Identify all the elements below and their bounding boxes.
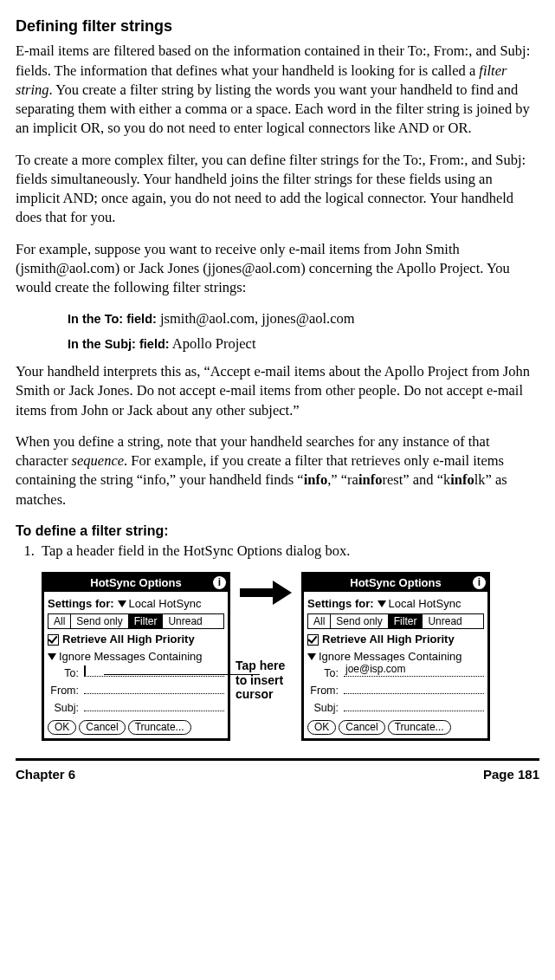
to-field[interactable]: joe@isp.com xyxy=(344,665,484,677)
paragraph-5: When you define a string, note that your… xyxy=(16,432,539,509)
info-icon[interactable]: i xyxy=(473,576,486,589)
example-to-value: jsmith@aol.com, jjones@aol.com xyxy=(157,310,355,327)
p1-post: . You create a filter string by listing … xyxy=(16,81,530,137)
callout-text: Tap here to insert cursor xyxy=(236,659,296,702)
example-subj-value: Apollo Project xyxy=(170,335,256,352)
subj-label: Subj: xyxy=(48,701,84,716)
chevron-down-icon[interactable] xyxy=(378,600,386,607)
subj-row: Subj: xyxy=(307,700,484,716)
button-row: OK Cancel Truncate... xyxy=(307,720,484,735)
paragraph-1: E-mail items are filtered based on the i… xyxy=(16,42,539,138)
paragraph-2: To create a more complex filter, you can… xyxy=(16,151,539,228)
tab-bar: All Send only Filter Unread xyxy=(307,613,484,629)
to-value: joe@isp.com xyxy=(345,662,406,676)
tab-filter[interactable]: Filter xyxy=(389,614,423,628)
to-field[interactable] xyxy=(84,665,224,677)
p5-em: sequence xyxy=(72,452,124,469)
text-cursor xyxy=(84,665,86,676)
settings-value[interactable]: Local HotSync xyxy=(389,596,461,612)
retrieve-row: Retrieve All High Priority xyxy=(307,632,484,647)
example-subj-label: In the Subj: field: xyxy=(68,337,170,351)
titlebar: HotSync Options i xyxy=(304,574,487,592)
titlebar-text: HotSync Options xyxy=(350,575,441,591)
p5-s2: info xyxy=(358,471,383,488)
subj-label: Subj: xyxy=(307,701,344,716)
subj-field[interactable] xyxy=(84,700,224,711)
p5-d: rest” and “k xyxy=(382,471,450,488)
procedure-list: Tap a header field in the HotSync Option… xyxy=(16,542,539,561)
to-label: To: xyxy=(307,666,344,681)
screenshots-row: HotSync Options i Settings for: Local Ho… xyxy=(42,572,539,741)
truncate-button[interactable]: Truncate... xyxy=(388,720,451,735)
arrow-right-icon xyxy=(240,581,292,605)
p1-pre: E-mail items are filtered based on the i… xyxy=(16,42,530,78)
tab-send-only[interactable]: Send only xyxy=(331,614,388,628)
subj-field[interactable] xyxy=(344,700,484,711)
checkbox-retrieve[interactable] xyxy=(48,634,59,646)
from-field[interactable] xyxy=(84,683,224,694)
settings-value[interactable]: Local HotSync xyxy=(129,596,202,612)
cancel-button[interactable]: Cancel xyxy=(79,720,125,735)
tab-filter[interactable]: Filter xyxy=(129,614,164,628)
procedure-heading: To define a filter string: xyxy=(16,522,539,541)
ignore-row[interactable]: Ignore Messages Containing xyxy=(48,649,224,665)
settings-row: Settings for: Local HotSync xyxy=(48,596,224,612)
p5-s3: info xyxy=(450,471,474,488)
from-field[interactable] xyxy=(344,683,484,694)
tab-all[interactable]: All xyxy=(48,614,71,628)
settings-label: Settings for: xyxy=(307,596,374,612)
callout-connector-line xyxy=(104,674,260,675)
tab-unread[interactable]: Unread xyxy=(423,614,467,628)
step-1: Tap a header field in the HotSync Option… xyxy=(38,542,539,561)
titlebar-text: HotSync Options xyxy=(90,575,181,591)
chevron-down-icon[interactable] xyxy=(307,653,316,660)
to-label: To: xyxy=(48,666,84,681)
ok-button[interactable]: OK xyxy=(307,720,336,735)
info-icon[interactable]: i xyxy=(213,576,226,589)
example-block: In the To: field: jsmith@aol.com, jjones… xyxy=(68,309,539,354)
paragraph-3: For example, suppose you want to receive… xyxy=(16,240,539,298)
cancel-button[interactable]: Cancel xyxy=(339,720,384,735)
footer-left: Chapter 6 xyxy=(16,766,75,783)
retrieve-label: Retrieve All High Priority xyxy=(62,632,195,647)
ok-button[interactable]: OK xyxy=(48,720,76,735)
svg-marker-1 xyxy=(273,581,292,605)
checkbox-retrieve[interactable] xyxy=(307,634,319,646)
example-subj-row: In the Subj: field: Apollo Project xyxy=(68,334,539,354)
paragraph-4: Your handheld interprets this as, “Accep… xyxy=(16,362,539,420)
footer-right: Page 181 xyxy=(483,766,539,783)
p5-c: ,” “ra xyxy=(327,471,358,488)
device-screenshot-right: HotSync Options i Settings for: Local Ho… xyxy=(301,572,490,741)
settings-label: Settings for: xyxy=(48,596,114,612)
tab-bar: All Send only Filter Unread xyxy=(48,613,224,629)
chevron-down-icon[interactable] xyxy=(118,600,126,607)
example-to-label: In the To: field: xyxy=(68,312,157,326)
settings-row: Settings for: Local HotSync xyxy=(307,596,484,612)
titlebar: HotSync Options i xyxy=(44,574,228,592)
from-row: From: xyxy=(48,683,224,698)
example-to-row: In the To: field: jsmith@aol.com, jjones… xyxy=(68,309,539,328)
tab-unread[interactable]: Unread xyxy=(163,614,207,628)
section-heading: Defining filter strings xyxy=(16,16,539,36)
chevron-down-icon[interactable] xyxy=(48,653,56,660)
to-row: To: joe@isp.com xyxy=(307,665,484,681)
page-footer: Chapter 6 Page 181 xyxy=(16,758,539,783)
device-screenshot-left: HotSync Options i Settings for: Local Ho… xyxy=(42,572,230,741)
subj-row: Subj: xyxy=(48,700,224,716)
from-label: From: xyxy=(307,684,344,698)
tab-send-only[interactable]: Send only xyxy=(71,614,128,628)
from-label: From: xyxy=(48,684,84,698)
from-row: From: xyxy=(307,683,484,698)
truncate-button[interactable]: Truncate... xyxy=(128,720,191,735)
ignore-label: Ignore Messages Containing xyxy=(59,649,203,665)
svg-rect-0 xyxy=(240,588,273,597)
button-row: OK Cancel Truncate... xyxy=(48,720,224,735)
p5-s1: info xyxy=(304,471,328,488)
tab-all[interactable]: All xyxy=(308,614,331,628)
retrieve-row: Retrieve All High Priority xyxy=(48,632,224,647)
middle-column: Tap here to insert cursor xyxy=(236,572,296,702)
retrieve-label: Retrieve All High Priority xyxy=(322,632,455,647)
